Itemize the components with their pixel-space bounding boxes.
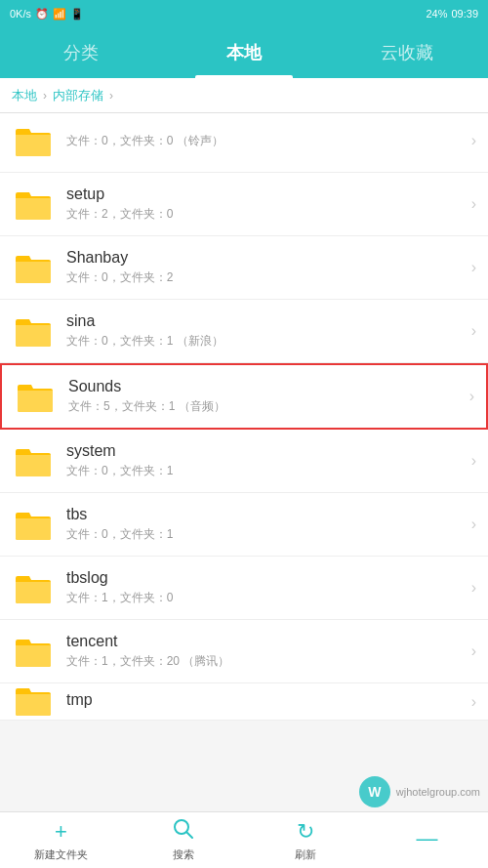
file-name-tbs: tbs <box>66 506 464 523</box>
folder-icon-tencent <box>12 630 55 673</box>
folder-icon-sounds <box>14 375 57 418</box>
new-folder-button[interactable]: + 新建文件夹 <box>0 819 122 862</box>
tab-local-label: 本地 <box>226 41 262 64</box>
chevron-tbs: › <box>471 516 476 533</box>
minus-button[interactable]: — <box>366 826 488 854</box>
list-item-system[interactable]: system 文件：0，文件夹：1 › <box>0 430 488 493</box>
speed-text: 0K/s <box>10 8 31 20</box>
file-name-shanbay: Shanbay <box>66 249 464 267</box>
file-info-sounds: Sounds 文件：5，文件夹：1 （音频） <box>68 378 462 415</box>
file-info-tencent: tencent 文件：1，文件夹：20 （腾讯） <box>66 633 464 670</box>
search-icon <box>173 818 194 845</box>
folder-icon <box>12 119 55 162</box>
list-item-tencent[interactable]: tencent 文件：1，文件夹：20 （腾讯） › <box>0 620 488 683</box>
svg-line-1 <box>186 832 192 838</box>
list-item-setup[interactable]: setup 文件：2，文件夹：0 › <box>0 173 488 236</box>
file-info-setup: setup 文件：2，文件夹：0 <box>66 186 464 223</box>
chevron-setup: › <box>471 195 476 213</box>
breadcrumb-local[interactable]: 本地 <box>12 87 37 104</box>
folder-icon-sina <box>12 310 55 352</box>
plus-icon: + <box>55 819 67 845</box>
file-info: 文件：0，文件夹：0 （铃声） <box>66 133 464 149</box>
file-list: 文件：0，文件夹：0 （铃声） › setup 文件：2，文件夹：0 › Sha… <box>0 113 488 811</box>
file-name-system: system <box>66 442 464 460</box>
search-label: 搜索 <box>173 847 194 862</box>
breadcrumb-internal[interactable]: 内部存储 <box>53 87 103 104</box>
watermark: W wjhotelgroup.com <box>359 776 480 807</box>
file-name-sounds: Sounds <box>68 378 462 395</box>
list-item-sounds[interactable]: Sounds 文件：5，文件夹：1 （音频） › <box>0 363 488 430</box>
new-folder-label: 新建文件夹 <box>34 847 88 862</box>
status-bar: 0K/s ⏰ 📶 📱 24% 09:39 <box>0 0 488 27</box>
file-name-tbslog: tbslog <box>66 569 464 587</box>
file-info-system: system 文件：0，文件夹：1 <box>66 442 464 479</box>
breadcrumb: 本地 › 内部存储 › <box>0 78 488 113</box>
chevron-sina: › <box>471 322 476 340</box>
watermark-logo: W <box>359 776 390 807</box>
chevron-tbslog: › <box>471 579 476 597</box>
status-left: 0K/s ⏰ 📶 📱 <box>10 8 84 21</box>
file-name-sina: sina <box>66 312 464 330</box>
list-item-sina[interactable]: sina 文件：0，文件夹：1 （新浪） › <box>0 300 488 363</box>
status-right: 24% 09:39 <box>426 8 478 20</box>
file-info-tbslog: tbslog 文件：1，文件夹：0 <box>66 569 464 606</box>
refresh-icon: ↻ <box>297 819 314 845</box>
file-meta-sina: 文件：0，文件夹：1 （新浪） <box>66 333 464 350</box>
folder-icon-tbslog <box>12 566 55 609</box>
minus-icon: — <box>417 826 438 851</box>
folder-icon-tbs <box>12 503 55 546</box>
tab-cloud[interactable]: 云收藏 <box>325 27 488 78</box>
file-meta: 文件：0，文件夹：0 （铃声） <box>66 133 464 149</box>
breadcrumb-sep-1: › <box>43 89 47 103</box>
tab-category[interactable]: 分类 <box>0 27 163 78</box>
chevron-system: › <box>471 452 476 470</box>
tab-category-label: 分类 <box>63 41 99 64</box>
folder-icon-setup <box>12 183 55 226</box>
file-name-setup: setup <box>66 186 464 203</box>
bottom-bar: + 新建文件夹 搜索 ↻ 刷新 — <box>0 811 488 868</box>
file-meta-tbslog: 文件：1，文件夹：0 <box>66 590 464 606</box>
list-item-shanbay[interactable]: Shanbay 文件：0，文件夹：2 › <box>0 236 488 300</box>
file-info-tbs: tbs 文件：0，文件夹：1 <box>66 506 464 543</box>
breadcrumb-sep-2: › <box>109 89 113 103</box>
file-meta-tbs: 文件：0，文件夹：1 <box>66 526 464 543</box>
file-info-shanbay: Shanbay 文件：0，文件夹：2 <box>66 249 464 286</box>
chevron-shanbay: › <box>471 259 476 276</box>
list-item-tbslog[interactable]: tbslog 文件：1，文件夹：0 › <box>0 557 488 620</box>
folder-icon-tmp <box>12 683 55 721</box>
file-meta-shanbay: 文件：0，文件夹：2 <box>66 269 464 286</box>
tab-cloud-label: 云收藏 <box>381 41 433 64</box>
tab-local[interactable]: 本地 <box>163 27 326 78</box>
file-info-sina: sina 文件：0，文件夹：1 （新浪） <box>66 312 464 350</box>
list-item-tbs[interactable]: tbs 文件：0，文件夹：1 › <box>0 493 488 557</box>
signal-icon: 📱 <box>70 8 84 21</box>
chevron-sounds: › <box>469 388 474 405</box>
chevron-icon: › <box>471 132 476 149</box>
chevron-tmp: › <box>471 693 476 711</box>
file-meta-setup: 文件：2，文件夹：0 <box>66 206 464 223</box>
file-meta-tencent: 文件：1，文件夹：20 （腾讯） <box>66 653 464 670</box>
wifi-icon: 📶 <box>53 8 66 21</box>
file-meta-sounds: 文件：5，文件夹：1 （音频） <box>68 398 462 415</box>
folder-icon-shanbay <box>12 246 55 289</box>
file-name-tmp: tmp <box>66 691 464 709</box>
battery-text: 24% <box>426 8 447 20</box>
chevron-tencent: › <box>471 642 476 660</box>
folder-icon-system <box>12 439 55 482</box>
file-meta-system: 文件：0，文件夹：1 <box>66 463 464 479</box>
file-info-tmp: tmp <box>66 691 464 712</box>
search-button[interactable]: 搜索 <box>122 818 244 862</box>
file-name-tencent: tencent <box>66 633 464 650</box>
list-item-partial-top[interactable]: 文件：0，文件夹：0 （铃声） › <box>0 113 488 173</box>
watermark-text: wjhotelgroup.com <box>396 786 480 798</box>
time-text: 09:39 <box>451 8 478 20</box>
tab-bar: 分类 本地 云收藏 <box>0 27 488 78</box>
list-item-tmp[interactable]: tmp › <box>0 683 488 721</box>
refresh-label: 刷新 <box>295 847 316 862</box>
clock-icon: ⏰ <box>35 8 49 21</box>
refresh-button[interactable]: ↻ 刷新 <box>244 819 366 862</box>
